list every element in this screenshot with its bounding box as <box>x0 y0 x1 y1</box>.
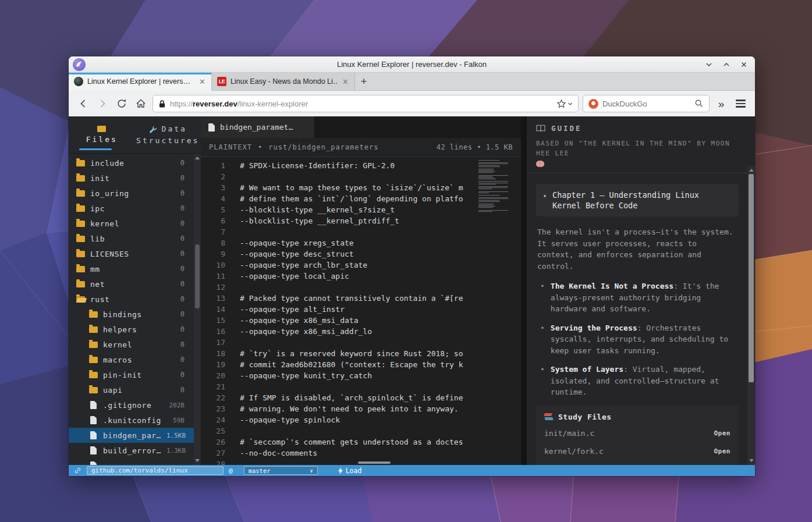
line-text: # If SMP is disabled, `arch_spinlock_t` … <box>240 392 521 403</box>
bullet-item: • Serving the Process: Orchestrates sysc… <box>540 322 739 357</box>
item-name: bindings <box>103 310 142 319</box>
code-area[interactable]: 1 # SPDX-License-Identifier: GPL-2.0 2 3… <box>201 157 521 465</box>
horizontal-scrollbar-thumb[interactable] <box>358 461 391 464</box>
item-count: 0 <box>180 265 185 273</box>
bullet-item: • The Kernel Is Not a Process: It's the … <box>540 280 739 315</box>
load-button[interactable]: Load <box>338 467 362 475</box>
tree-item[interactable]: kernel 0 <box>69 337 194 352</box>
books-icon <box>544 413 553 420</box>
item-count: 0 <box>180 340 185 349</box>
code-line: 18 # `try` is a reserved keyword since R… <box>201 348 521 359</box>
file-icon <box>90 461 97 465</box>
line-number: 10 <box>201 260 225 271</box>
tree-item[interactable]: LICENSES 0 <box>69 246 194 261</box>
tab-close-icon[interactable]: ✕ <box>342 77 349 86</box>
browser-window: Linux Kernel Explorer | reverser.dev - F… <box>69 56 755 476</box>
scroll-down-icon[interactable] <box>195 459 200 462</box>
chevron-down-icon: ∨ <box>310 468 313 474</box>
tree-item[interactable]: .kunitconfig 59B <box>69 413 194 428</box>
tree-item[interactable]: bindings 0 <box>69 307 194 322</box>
tree-item[interactable]: net 0 <box>69 276 194 292</box>
tab-label: Linux Kernel Explorer | revers… <box>87 77 194 86</box>
window-title: Linux Kernel Explorer | reverser.dev - F… <box>69 60 755 69</box>
tree-item[interactable]: ipc 0 <box>69 201 194 216</box>
tab-ds-label1: Data <box>162 125 187 133</box>
scrollbar-thumb[interactable] <box>749 174 754 382</box>
maximize-button[interactable] <box>722 61 731 69</box>
line-number: 25 <box>201 425 225 436</box>
search-bar[interactable] <box>583 95 710 112</box>
tab-close-icon[interactable]: ✕ <box>198 77 206 86</box>
browser-tab-inactive[interactable]: LE Linux Easy - News da Mondo Li… ✕ <box>212 73 355 90</box>
tree-item[interactable]: bindgen_par… 1.5KB <box>69 428 194 443</box>
search-icon[interactable] <box>694 99 704 108</box>
tree-item[interactable]: lib 0 <box>69 231 194 246</box>
line-text: # warning. We don't need to peek into it… <box>240 403 521 414</box>
tree-item[interactable]: .gitignore 202B <box>69 397 194 413</box>
bookmark-dropdown-icon[interactable] <box>568 101 573 106</box>
tree-item[interactable]: macros 0 <box>69 352 194 367</box>
bookmark-star-icon[interactable] <box>556 99 566 109</box>
tree-item[interactable]: rust 0 <box>69 292 194 307</box>
line-number: 26 <box>201 436 225 448</box>
item-name: lib <box>90 235 105 243</box>
browser-tab-active[interactable]: Linux Kernel Explorer | revers… ✕ <box>69 73 212 91</box>
browser-navbar: https://reverser.dev/linux-kernel-explor… <box>69 91 755 116</box>
tree-item[interactable]: uapi 0 <box>69 382 194 397</box>
file-icon <box>90 446 97 454</box>
item-count: 0 <box>180 356 185 364</box>
new-tab-button[interactable]: + <box>355 73 373 90</box>
branch-select[interactable]: master ∨ <box>244 466 318 475</box>
open-file-button[interactable]: Open <box>714 448 731 455</box>
tree-item[interactable]: include 0 <box>69 155 194 171</box>
lock-icon <box>158 100 166 108</box>
forward-button[interactable] <box>95 96 110 111</box>
tab-files[interactable]: Files <box>69 116 135 153</box>
code-line: 13 # Packed type cannot transitively con… <box>201 293 521 304</box>
tree-item[interactable] <box>69 458 194 465</box>
chapter-header[interactable]: ▾ Chapter 1 — Understanding Linux Kernel… <box>536 184 739 216</box>
file-stats: 42 lines • 1.5 KB <box>437 143 513 151</box>
tree-item[interactable]: kernel 0 <box>69 216 194 231</box>
tree-item[interactable]: pin-init 0 <box>69 367 194 382</box>
code-line: 1 # SPDX-License-Identifier: GPL-2.0 <box>201 160 521 171</box>
editor-tab[interactable]: bindgen_paramet… <box>201 116 315 138</box>
home-button[interactable] <box>133 96 148 111</box>
tab-data-structures[interactable]: Data Structures <box>135 116 201 153</box>
item-name: mm <box>90 265 100 274</box>
tree-item[interactable]: helpers 0 <box>69 322 194 337</box>
repo-statusbar: @ master ∨ Load <box>69 465 755 476</box>
close-button[interactable] <box>740 61 748 69</box>
item-name: io_uring <box>90 189 129 198</box>
editor-tab-label: bindgen_paramet… <box>220 123 293 132</box>
tree-item[interactable]: mm 0 <box>69 261 194 276</box>
repo-input[interactable] <box>87 466 224 475</box>
search-input[interactable] <box>602 100 690 108</box>
item-count: 0 <box>180 310 185 318</box>
menu-button[interactable] <box>733 96 748 111</box>
sidebar-scrollbar[interactable] <box>194 154 201 465</box>
reload-button[interactable] <box>114 96 129 111</box>
scrollbar-thumb[interactable] <box>195 244 200 308</box>
tree-item[interactable]: io_uring 0 <box>69 186 194 201</box>
scroll-up-icon[interactable] <box>195 157 200 159</box>
minimize-button[interactable] <box>705 61 713 69</box>
line-number: 16 <box>201 326 225 337</box>
tree-item[interactable]: init 0 <box>69 171 194 186</box>
folder-icon <box>76 205 85 212</box>
bullet-text: System of Layers: Virtual, mapped, isola… <box>551 364 739 398</box>
scroll-up-icon[interactable] <box>749 169 754 172</box>
open-file-button[interactable]: Open <box>714 429 731 437</box>
code-line: 7 <box>201 226 521 237</box>
guide-scrollbar[interactable] <box>747 166 755 465</box>
back-button[interactable] <box>76 96 91 111</box>
tree-item[interactable]: build_error… 1.3KB <box>69 443 194 458</box>
address-bar[interactable]: https://reverser.dev/linux-kernel-explor… <box>153 95 579 112</box>
minimap[interactable] <box>478 160 512 212</box>
code-line: 3 # We want to map these types to `isize… <box>201 182 521 193</box>
line-number: 22 <box>201 392 225 403</box>
toolbar-overflow-button[interactable]: » <box>714 96 729 111</box>
item-name: include <box>90 159 124 168</box>
scroll-down-icon[interactable] <box>749 459 754 462</box>
file-icon <box>90 416 97 424</box>
